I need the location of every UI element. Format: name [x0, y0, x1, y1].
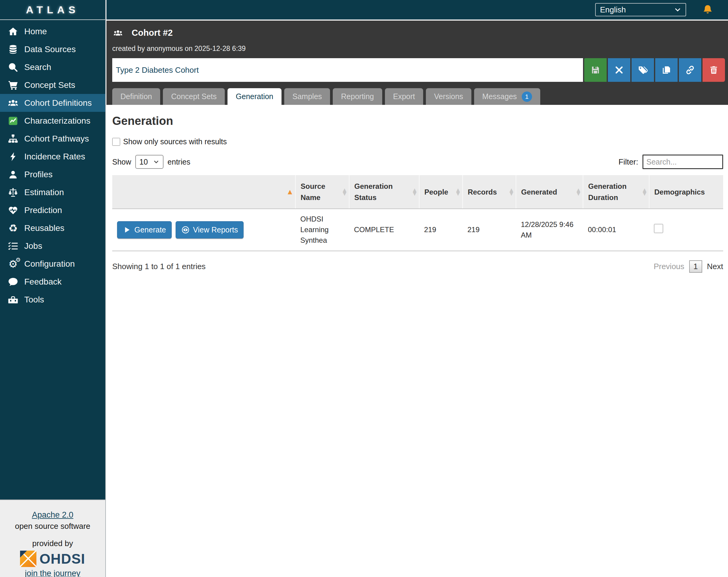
view-reports-button[interactable]: View Reports	[176, 221, 243, 239]
tab-generation[interactable]: Generation	[228, 88, 282, 105]
col-records[interactable]: Records▲▼	[463, 175, 516, 209]
cohort-action-buttons	[584, 58, 725, 82]
show-label: Show	[112, 158, 131, 166]
sidebar-item-profiles[interactable]: Profiles	[0, 165, 105, 183]
provided-by-text: provided by	[0, 539, 105, 548]
recycle-icon: ♻	[6, 223, 20, 233]
sidebar-item-search[interactable]: Search	[0, 58, 105, 76]
cell-duration: 00:00:01	[583, 209, 649, 251]
toolbox-icon	[6, 295, 20, 305]
copy-button[interactable]	[655, 58, 678, 82]
search-icon	[6, 62, 20, 73]
col-actions[interactable]: ▲	[112, 175, 295, 209]
balance-scale-icon	[6, 187, 20, 198]
sidebar-item-tools[interactable]: Tools	[0, 291, 105, 308]
table-header-row: ▲ Source Name▲▼ Generation Status▲▼ Peop…	[112, 175, 723, 209]
link-icon	[685, 65, 695, 75]
link-button[interactable]	[679, 58, 701, 82]
delete-button[interactable]	[703, 58, 725, 82]
col-generated[interactable]: Generated▲▼	[516, 175, 583, 209]
show-entries-control: Show 10 entries	[112, 155, 190, 169]
col-people[interactable]: People▲▼	[419, 175, 463, 209]
sidebar-item-jobs[interactable]: Jobs	[0, 237, 105, 255]
show-only-sources-checkbox[interactable]	[112, 138, 120, 146]
cart-icon	[6, 80, 20, 90]
cell-status: COMPLETE	[349, 209, 419, 251]
sidebar-item-reusables[interactable]: ♻ Reusables	[0, 219, 105, 237]
next-page-button[interactable]: Next	[707, 262, 723, 271]
sidebar-item-incidence-rates[interactable]: Incidence Rates	[0, 147, 105, 165]
sidebar-item-configuration[interactable]: ⚙⚙ Configuration	[0, 255, 105, 273]
tab-messages-label: Messages	[482, 88, 517, 105]
generate-button[interactable]: Generate	[117, 221, 172, 239]
filter-control: Filter:	[619, 155, 723, 169]
tab-concept-sets[interactable]: Concept Sets	[163, 88, 225, 105]
col-generation-status[interactable]: Generation Status▲▼	[349, 175, 419, 209]
sidebar-item-data-sources[interactable]: Data Sources	[0, 40, 105, 58]
cohort-name-row	[112, 58, 725, 82]
notifications-bell-icon[interactable]	[702, 4, 713, 16]
tags-icon	[638, 65, 648, 75]
tab-versions[interactable]: Versions	[426, 88, 471, 105]
sort-ascending-icon: ▲	[288, 187, 292, 196]
language-select[interactable]: English	[595, 3, 686, 16]
chevron-down-icon	[674, 6, 681, 13]
cohort-header: Cohort #2 created by anonymous on 2025-1…	[106, 21, 728, 105]
comment-icon	[6, 277, 20, 287]
sidebar-item-cohort-pathways[interactable]: Cohort Pathways	[0, 130, 105, 147]
sidebar-item-characterizations[interactable]: Characterizations	[0, 112, 105, 130]
previous-page-button[interactable]: Previous	[654, 262, 684, 271]
generation-table: ▲ Source Name▲▼ Generation Status▲▼ Peop…	[112, 175, 723, 251]
sidebar-item-concept-sets[interactable]: Concept Sets	[0, 76, 105, 94]
sidebar-menu: Home Data Sources Search Concept Sets Co…	[0, 20, 105, 308]
language-value: English	[600, 5, 626, 15]
col-source-name[interactable]: Source Name▲▼	[295, 175, 349, 209]
tab-bar: Definition Concept Sets Generation Sampl…	[112, 88, 725, 105]
sidebar-item-feedback[interactable]: Feedback	[0, 273, 105, 291]
sitemap-icon	[6, 134, 20, 144]
page-size-select[interactable]: 10	[135, 155, 164, 169]
demographics-checkbox[interactable]	[654, 224, 663, 233]
tab-samples[interactable]: Samples	[284, 88, 330, 105]
table-footer: Showing 1 to 1 of 1 entries Previous 1 N…	[112, 260, 723, 273]
ohdsi-logo-text: OHDSI	[40, 551, 85, 567]
close-icon	[614, 65, 624, 75]
sidebar-item-prediction[interactable]: Prediction	[0, 201, 105, 219]
sidebar-item-cohort-definitions[interactable]: Cohort Definitions	[0, 94, 105, 112]
tags-button[interactable]	[631, 58, 654, 82]
database-icon	[6, 44, 20, 55]
sidebar-item-home[interactable]: Home	[0, 22, 105, 40]
trash-icon	[709, 65, 719, 75]
sort-icons: ▲▼	[643, 189, 646, 195]
tab-definition[interactable]: Definition	[112, 88, 160, 105]
sort-icons: ▲▼	[510, 189, 513, 195]
play-icon	[123, 226, 131, 234]
close-button[interactable]	[608, 58, 630, 82]
tab-export[interactable]: Export	[385, 88, 423, 105]
cell-records: 219	[463, 209, 516, 251]
show-only-sources-row: Show only sources with results	[112, 137, 227, 146]
col-generation-duration[interactable]: Generation Duration▲▼	[583, 175, 649, 209]
generation-panel: Generation Show only sources with result…	[106, 105, 728, 577]
sidebar-item-estimation[interactable]: Estimation	[0, 183, 105, 201]
users-icon	[6, 98, 20, 108]
save-icon	[591, 65, 600, 75]
user-icon	[6, 169, 20, 180]
col-demographics: Demographics	[649, 175, 723, 209]
apache-license-link[interactable]: Apache 2.0	[32, 510, 73, 520]
show-only-sources-label: Show only sources with results	[123, 137, 227, 146]
section-heading: Generation	[112, 114, 725, 128]
join-journey-link[interactable]: join the journey	[25, 569, 80, 577]
tab-messages[interactable]: Messages 1	[474, 88, 540, 105]
chart-line-icon	[6, 116, 20, 126]
tab-reporting[interactable]: Reporting	[333, 88, 382, 105]
filter-input[interactable]	[643, 155, 723, 169]
open-source-text: open source software	[0, 522, 105, 531]
page-1-button[interactable]: 1	[689, 260, 702, 273]
created-by-text: created by anonymous on 2025-12-28 6:39	[112, 45, 725, 53]
entries-summary: Showing 1 to 1 of 1 entries	[112, 262, 206, 271]
cell-source-name: OHDSI Learning Synthea	[295, 209, 349, 251]
copy-icon	[661, 65, 671, 75]
save-button[interactable]	[584, 58, 607, 82]
cohort-name-input[interactable]	[112, 58, 583, 82]
